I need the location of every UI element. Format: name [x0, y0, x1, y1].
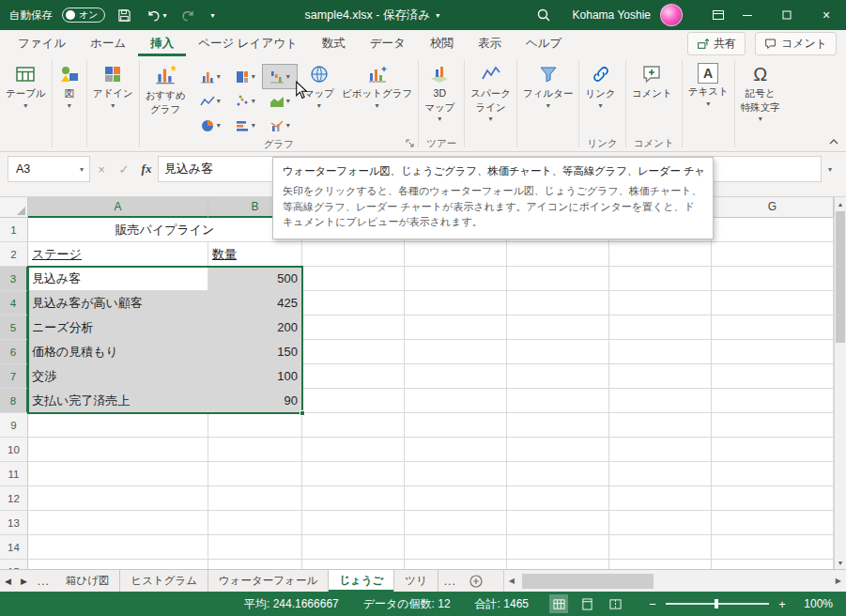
cell-B7[interactable]: 100: [208, 364, 302, 389]
recommended-charts-button[interactable]: おすすめ グラフ: [142, 58, 190, 115]
horizontal-scrollbar[interactable]: ◀ ▶: [503, 570, 846, 592]
ribbon-tab-データ[interactable]: データ: [358, 30, 418, 56]
insert-line-chart-button[interactable]: ▾: [193, 89, 227, 113]
page-break-view-button[interactable]: [606, 594, 624, 613]
vertical-scrollbar[interactable]: ▲ ▼: [834, 197, 846, 569]
share-button[interactable]: 共有: [687, 32, 746, 55]
filters-button[interactable]: フィルター ▾: [519, 58, 577, 110]
cell-D2[interactable]: [405, 242, 507, 267]
cell-B4[interactable]: 425: [208, 291, 302, 316]
document-title[interactable]: sample4.xlsx - 保存済み ▾: [305, 0, 440, 30]
page-layout-view-button[interactable]: [577, 594, 596, 613]
cell-B2[interactable]: 数量: [208, 242, 302, 267]
cell-E6[interactable]: [507, 340, 609, 364]
sheet-tab-ツリ[interactable]: ツリ: [394, 570, 438, 592]
column-header-G[interactable]: G: [712, 197, 834, 218]
insert-function-icon[interactable]: fx: [135, 162, 158, 177]
cell-C3[interactable]: [302, 267, 405, 291]
avatar[interactable]: [660, 4, 683, 26]
cell-G3[interactable]: [712, 267, 834, 291]
insert-scatter-chart-button[interactable]: ▾: [228, 89, 262, 113]
pivot-chart-button[interactable]: ピボットグラフ ▾: [338, 58, 416, 110]
hscroll-right-icon[interactable]: ▶: [831, 577, 846, 585]
sheet-nav-left-icon[interactable]: ◀: [0, 577, 16, 586]
cell-D10[interactable]: [405, 438, 507, 462]
insert-bar-chart-button[interactable]: ▾: [228, 114, 262, 137]
illustrations-button[interactable]: 図 ▾: [54, 58, 85, 110]
cell-E4[interactable]: [507, 291, 609, 316]
cell-A9[interactable]: [28, 413, 208, 438]
cell-F9[interactable]: [609, 413, 712, 438]
cell-F15[interactable]: [609, 560, 712, 569]
addins-button[interactable]: アドイン ▾: [89, 58, 137, 110]
link-button[interactable]: リンク ▾: [581, 58, 619, 110]
horizontal-scroll-thumb[interactable]: [522, 574, 654, 589]
autosave-toggle[interactable]: オン: [62, 8, 105, 23]
ribbon-tab-数式[interactable]: 数式: [310, 30, 358, 56]
cell-F2[interactable]: [609, 242, 712, 267]
cell-A11[interactable]: [28, 462, 208, 486]
cell-D7[interactable]: [405, 364, 507, 389]
cell-G6[interactable]: [712, 340, 834, 364]
formula-bar-expand-icon[interactable]: ▾: [822, 165, 838, 174]
cell-D3[interactable]: [405, 267, 507, 291]
cell-A2[interactable]: ステージ: [28, 242, 208, 267]
sheet-tab-じょうご[interactable]: じょうご: [329, 570, 394, 592]
cell-E5[interactable]: [507, 316, 609, 340]
cell-G14[interactable]: [712, 535, 834, 560]
cell-A12[interactable]: [28, 486, 208, 511]
cell-D9[interactable]: [405, 413, 507, 438]
cell-B9[interactable]: [208, 413, 302, 438]
ribbon-tab-ヘルプ[interactable]: ヘルプ: [514, 30, 574, 56]
row-header-10[interactable]: 10: [0, 438, 28, 462]
zoom-out-button[interactable]: −: [647, 597, 658, 611]
cell-C12[interactable]: [302, 486, 405, 511]
cell-C10[interactable]: [302, 438, 405, 462]
cell-G15[interactable]: [712, 560, 834, 569]
cell-C14[interactable]: [302, 535, 405, 560]
row-header-6[interactable]: 6: [0, 340, 28, 364]
cell-E10[interactable]: [507, 438, 609, 462]
cell-C13[interactable]: [302, 511, 405, 535]
insert-pie-chart-button[interactable]: ▾: [193, 114, 227, 137]
sheet-nav-right-icon[interactable]: ▶: [16, 577, 32, 586]
cell-G11[interactable]: [712, 462, 834, 486]
cell-B13[interactable]: [208, 511, 302, 535]
cell-C6[interactable]: [302, 340, 405, 364]
cell-A3[interactable]: 見込み客: [28, 267, 208, 291]
cell-G13[interactable]: [712, 511, 834, 535]
cell-A8[interactable]: 支払い完了済売上: [28, 389, 208, 413]
undo-icon[interactable]: ▾: [144, 0, 169, 30]
insert-column-chart-button[interactable]: ▾: [193, 65, 227, 88]
search-icon[interactable]: [533, 0, 554, 30]
text-button[interactable]: A テキスト ▾: [684, 58, 732, 108]
cell-B8[interactable]: 90: [208, 389, 302, 413]
cell-D6[interactable]: [405, 340, 507, 364]
cell-B5[interactable]: 200: [208, 316, 302, 340]
cell-D8[interactable]: [405, 389, 507, 413]
cell-F8[interactable]: [609, 389, 712, 413]
minimize-button[interactable]: [728, 0, 767, 30]
cell-C5[interactable]: [302, 316, 405, 340]
cell-A13[interactable]: [28, 511, 208, 535]
ribbon-tab-ページ レイアウト[interactable]: ページ レイアウト: [186, 30, 310, 56]
row-header-4[interactable]: 4: [0, 291, 28, 316]
cell-F11[interactable]: [609, 462, 712, 486]
zoom-slider-knob[interactable]: [715, 599, 718, 608]
insert-area-chart-button[interactable]: ▾: [263, 89, 297, 113]
sheet-tab-箱ひげ図[interactable]: 箱ひげ図: [55, 570, 121, 592]
cell-E13[interactable]: [507, 511, 609, 535]
row-header-14[interactable]: 14: [0, 535, 28, 560]
cell-F4[interactable]: [609, 291, 712, 316]
cell-D14[interactable]: [405, 535, 507, 560]
cell-G7[interactable]: [712, 364, 834, 389]
cell-D15[interactable]: [405, 560, 507, 569]
cell-C7[interactable]: [302, 364, 405, 389]
confirm-entry-icon[interactable]: ✓: [113, 162, 135, 177]
save-icon[interactable]: [115, 0, 134, 30]
cell-A5[interactable]: ニーズ分析: [28, 316, 208, 340]
insert-waterfall-chart-button[interactable]: ▾: [263, 65, 297, 88]
vertical-scroll-thumb[interactable]: [836, 211, 845, 343]
cell-E14[interactable]: [507, 535, 609, 560]
row-header-9[interactable]: 9: [0, 413, 28, 438]
